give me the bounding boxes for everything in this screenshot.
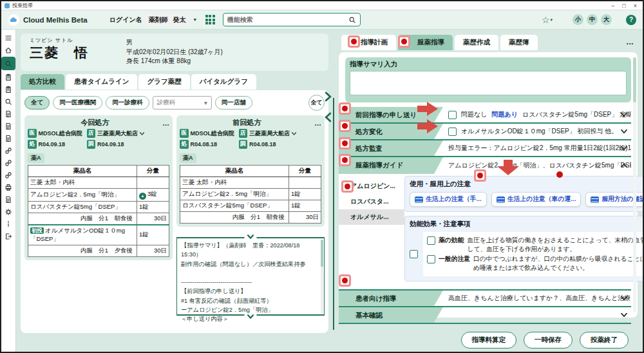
app-launcher-icon[interactable] bbox=[205, 15, 215, 24]
filter-all[interactable]: 全て bbox=[24, 96, 50, 110]
medication-guidance-panel: 指導サマリ入力 前回指導の申し送り 問題なし 問題あり ロスバスタチン錠5mg「… bbox=[339, 52, 638, 318]
hospital-name: MDSOL総合病院 bbox=[39, 129, 87, 138]
section-previous-handover[interactable]: 前回指導の申し送り 問題なし 問題あり ロスバスタチン錠5mg「DSEP」 定期… bbox=[339, 107, 631, 124]
filter-same-department[interactable]: 同一診療科 bbox=[106, 96, 149, 110]
font-size-large-button[interactable]: 大 bbox=[601, 14, 612, 25]
chevron-down-icon[interactable] bbox=[620, 112, 628, 118]
filter-all-circle[interactable]: 全て bbox=[308, 95, 325, 111]
chevron-down-icon[interactable] bbox=[139, 131, 145, 136]
effect-caution-panel: 効能効果・注意事項 薬の効能 血圧を上げる物質の働きをおさえることによって、末梢… bbox=[404, 216, 644, 281]
chevron-down-icon[interactable] bbox=[620, 295, 628, 301]
document-icon[interactable] bbox=[2, 132, 15, 144]
annotation-marker bbox=[341, 180, 354, 193]
function-search bbox=[223, 13, 361, 26]
temp-save-button[interactable]: 一時保存 bbox=[524, 332, 573, 348]
tab-history-book[interactable]: 薬歴簿 bbox=[500, 35, 538, 50]
drug-list-item-selected[interactable]: オルメサル... bbox=[339, 209, 404, 225]
tab-vital-graph[interactable]: バイタルグラフ bbox=[191, 74, 256, 90]
settings-gear-icon[interactable] bbox=[2, 205, 15, 218]
drug-a-badge[interactable]: 薬A bbox=[180, 153, 196, 163]
hospital-tag: 医 bbox=[180, 129, 189, 138]
section-prescription-change[interactable]: 処方変化 オルメサルタンOD錠１０mg「DSEP」 初回投与 他。 bbox=[339, 124, 631, 140]
filter-same-hospital[interactable]: 同一医療機関 bbox=[53, 96, 102, 110]
section-prescription-audit[interactable]: 処方監査 投与量エラー：アムロジピン錠2．5mg 常用量1日2錠(1回2錠)15… bbox=[339, 140, 631, 157]
tab-graph-history[interactable]: グラフ薬歴 bbox=[138, 74, 189, 90]
ok-label[interactable]: 問題なし bbox=[461, 110, 487, 119]
guide-button-life-hand[interactable]: 生活上の注意（手... bbox=[410, 192, 487, 207]
drug-list-item[interactable]: ロスバスタ... bbox=[339, 194, 404, 209]
annotation-marker bbox=[474, 169, 486, 182]
checkbox[interactable] bbox=[427, 236, 435, 245]
more-icon[interactable]: … bbox=[626, 37, 634, 46]
collapse-chevron-icon[interactable] bbox=[245, 314, 257, 320]
fee-calc-button[interactable]: 指導料算定 bbox=[461, 332, 517, 348]
problem-link[interactable]: 問題あり bbox=[491, 110, 517, 119]
summary-textarea[interactable] bbox=[350, 71, 627, 95]
first-dispense-badge: 初投 bbox=[30, 227, 44, 234]
checkbox[interactable] bbox=[427, 255, 435, 263]
chevron-down-icon[interactable] bbox=[620, 312, 628, 318]
link-icon[interactable] bbox=[2, 157, 15, 169]
favorite-star-button[interactable]: ☆ ▾ bbox=[542, 15, 553, 25]
printer-icon[interactable] bbox=[2, 181, 15, 193]
guide-button-life-drive[interactable]: 生活上の注意（車の運... bbox=[491, 192, 582, 207]
close-button[interactable]: × bbox=[634, 2, 637, 10]
chevron-down-icon[interactable] bbox=[620, 129, 628, 135]
department-select[interactable]: 診療科 ▾ bbox=[153, 96, 212, 110]
clipboard-icon[interactable] bbox=[2, 71, 15, 83]
more-icon[interactable]: … bbox=[162, 121, 169, 125]
home-icon[interactable] bbox=[2, 44, 15, 56]
login-caret-icon[interactable]: ▾ bbox=[194, 17, 196, 23]
tab-patient-timeline[interactable]: 患者タイムライン bbox=[66, 74, 137, 90]
search-icon[interactable] bbox=[348, 16, 356, 24]
memo-line: 【指導サマリ】（薬剤師 里香：2022/08/18 15:30） bbox=[181, 241, 317, 260]
document-icon[interactable] bbox=[2, 193, 15, 205]
chevron-up-icon[interactable] bbox=[620, 163, 628, 169]
checkbox-group[interactable] bbox=[410, 250, 418, 258]
font-size-medium-button[interactable]: 中 bbox=[587, 14, 598, 25]
filter-same-store[interactable]: 同一店舗 bbox=[215, 96, 252, 110]
info-icon[interactable] bbox=[2, 218, 15, 230]
guidance-summary-memo[interactable]: 【指導サマリ】（薬剤師 里香：2022/08/18 15:30） 副作用の確認（… bbox=[176, 237, 325, 316]
clipboard-icon[interactable] bbox=[2, 83, 15, 95]
document-icon[interactable] bbox=[2, 108, 15, 120]
cloud-logo-icon bbox=[8, 14, 19, 26]
hospital-tag: 医 bbox=[28, 129, 37, 138]
checkbox[interactable] bbox=[448, 111, 457, 119]
search-icon-active[interactable] bbox=[1, 57, 15, 70]
section-basic-check[interactable]: 基本確認 bbox=[339, 307, 631, 324]
expand-left-chevron-icon[interactable] bbox=[324, 112, 332, 122]
finish-dispense-button[interactable]: 投薬終了 bbox=[580, 332, 629, 348]
chevron-down-icon[interactable] bbox=[291, 131, 297, 136]
tab-history-create[interactable]: 薬歴作成 bbox=[455, 35, 498, 50]
help-button[interactable]: ? bbox=[626, 15, 636, 25]
section-patient-guidance[interactable]: 患者向け指導 高血圧、きちんと治療していますか？、高血圧、きちんと治療しています… bbox=[339, 291, 631, 307]
font-size-small-button[interactable]: 小 bbox=[573, 14, 583, 25]
memo-scrollbar[interactable] bbox=[321, 240, 323, 313]
panel-divider bbox=[333, 98, 334, 330]
expand-right-chevron-icon[interactable] bbox=[324, 91, 332, 102]
link-icon[interactable] bbox=[2, 169, 15, 181]
link-icon[interactable] bbox=[2, 144, 15, 157]
annotation-marker bbox=[339, 154, 351, 166]
right-panel-scrollbar[interactable] bbox=[633, 57, 636, 312]
menu-icon[interactable] bbox=[2, 32, 15, 44]
function-search-input[interactable] bbox=[227, 16, 348, 23]
more-icon[interactable]: … bbox=[314, 121, 321, 125]
section-text: 高血圧、きちんと治療していますか？、高血圧、きちんと治療していますか... bbox=[448, 294, 631, 303]
maximize-button[interactable]: □ bbox=[622, 2, 625, 10]
logout-icon[interactable] bbox=[2, 230, 15, 242]
login-user[interactable]: 薬剤師 癸太 bbox=[145, 14, 190, 26]
search-icon[interactable] bbox=[2, 95, 15, 108]
annotation-marker bbox=[398, 35, 410, 48]
drug-a-badge[interactable]: 薬A bbox=[28, 153, 44, 163]
minimize-button[interactable]: − bbox=[611, 2, 614, 10]
collapse-chevron-icon[interactable] bbox=[245, 234, 257, 240]
tab-prescription-compare[interactable]: 処方比較 bbox=[21, 74, 64, 90]
guidance-guide-body: アムロジピン... ロスバスタ... オルメサル... 使用・服用上の注意 生活… bbox=[339, 174, 631, 291]
days: 30日 bbox=[137, 213, 169, 225]
checkbox[interactable] bbox=[448, 128, 457, 136]
right-tab-bar: 指導計画 服薬指導 薬歴作成 薬歴簿 bbox=[341, 35, 538, 50]
document-icon[interactable] bbox=[2, 120, 15, 132]
chevron-down-icon[interactable] bbox=[620, 146, 628, 151]
